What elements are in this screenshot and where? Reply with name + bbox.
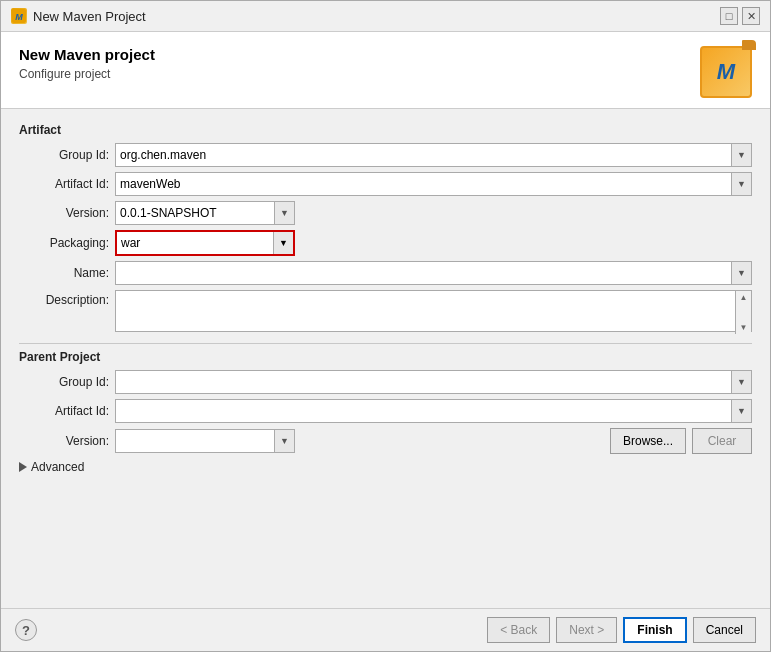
description-input[interactable]	[115, 290, 752, 332]
footer: ? < Back Next > Finish Cancel	[1, 608, 770, 651]
svg-text:M: M	[15, 12, 23, 22]
packaging-label: Packaging:	[19, 236, 109, 250]
maven-logo-text: M	[717, 59, 735, 85]
parent-version-row: Version: ▼ Browse... Clear	[19, 428, 752, 454]
name-label: Name:	[19, 266, 109, 280]
title-bar-left: M New Maven Project	[11, 8, 146, 24]
minimize-button[interactable]: □	[720, 7, 738, 25]
group-id-dropdown-arrow[interactable]: ▼	[731, 144, 751, 166]
advanced-triangle-icon	[19, 462, 27, 472]
clear-button[interactable]: Clear	[692, 428, 752, 454]
artifact-id-input-wrapper: ▼	[115, 172, 752, 196]
description-scrollbar: ▲ ▼	[735, 291, 751, 334]
parent-artifact-id-label: Artifact Id:	[19, 404, 109, 418]
parent-version-dropdown-arrow[interactable]: ▼	[274, 430, 294, 452]
content-area: New Maven project Configure project M Ar…	[1, 32, 770, 608]
description-row: Description: ▲ ▼	[19, 290, 752, 335]
packaging-dropdown-arrow[interactable]: ▼	[273, 232, 293, 254]
description-label: Description:	[19, 293, 109, 307]
divider-1	[19, 343, 752, 344]
title-text: New Maven Project	[33, 9, 146, 24]
help-icon: ?	[22, 623, 30, 638]
parent-version-input-wrapper: ▼	[115, 429, 295, 453]
advanced-label: Advanced	[31, 460, 84, 474]
name-row: Name: ▼	[19, 261, 752, 285]
name-input-wrapper: ▼	[115, 261, 752, 285]
packaging-select[interactable]: war jar pom	[117, 232, 273, 254]
parent-version-input[interactable]	[115, 429, 295, 453]
finish-button[interactable]: Finish	[623, 617, 686, 643]
cancel-button[interactable]: Cancel	[693, 617, 756, 643]
dialog-title: New Maven project	[19, 46, 155, 63]
name-input[interactable]	[115, 261, 752, 285]
dialog-subtitle: Configure project	[19, 67, 155, 81]
group-id-label: Group Id:	[19, 148, 109, 162]
header-text: New Maven project Configure project	[19, 46, 155, 81]
parent-group-id-dropdown-arrow[interactable]: ▼	[731, 371, 751, 393]
dialog-window: M New Maven Project □ ✕ New Maven projec…	[0, 0, 771, 652]
parent-version-label: Version:	[19, 434, 109, 448]
artifact-id-dropdown-arrow[interactable]: ▼	[731, 173, 751, 195]
packaging-row: Packaging: war jar pom ▼	[19, 230, 752, 256]
parent-group-id-label: Group Id:	[19, 375, 109, 389]
parent-section-label: Parent Project	[19, 350, 752, 364]
next-button[interactable]: Next >	[556, 617, 617, 643]
parent-group-id-input[interactable]	[115, 370, 752, 394]
maven-title-icon: M	[11, 8, 27, 24]
help-button[interactable]: ?	[15, 619, 37, 641]
browse-button[interactable]: Browse...	[610, 428, 686, 454]
artifact-section-label: Artifact	[19, 123, 752, 137]
parent-artifact-id-input-wrapper: ▼	[115, 399, 752, 423]
group-id-input[interactable]	[115, 143, 752, 167]
group-id-row: Group Id: ▼	[19, 143, 752, 167]
artifact-id-row: Artifact Id: ▼	[19, 172, 752, 196]
advanced-row[interactable]: Advanced	[19, 460, 752, 474]
back-button[interactable]: < Back	[487, 617, 550, 643]
parent-artifact-id-row: Artifact Id: ▼	[19, 399, 752, 423]
version-label: Version:	[19, 206, 109, 220]
maven-logo: M	[700, 46, 752, 98]
version-dropdown-arrow[interactable]: ▼	[274, 202, 294, 224]
form-section: Artifact Group Id: ▼ Artifact Id: ▼ Ver	[1, 109, 770, 608]
artifact-id-input[interactable]	[115, 172, 752, 196]
parent-artifact-id-dropdown-arrow[interactable]: ▼	[731, 400, 751, 422]
footer-buttons: < Back Next > Finish Cancel	[487, 617, 756, 643]
packaging-highlight-border: war jar pom ▼	[115, 230, 295, 256]
version-row: Version: ▼	[19, 201, 752, 225]
version-input[interactable]	[115, 201, 295, 225]
close-button[interactable]: ✕	[742, 7, 760, 25]
title-bar-controls: □ ✕	[720, 7, 760, 25]
name-dropdown-arrow[interactable]: ▼	[731, 262, 751, 284]
group-id-input-wrapper: ▼	[115, 143, 752, 167]
header-section: New Maven project Configure project M	[1, 32, 770, 109]
version-input-wrapper: ▼	[115, 201, 295, 225]
parent-group-id-row: Group Id: ▼	[19, 370, 752, 394]
parent-artifact-id-input[interactable]	[115, 399, 752, 423]
artifact-id-label: Artifact Id:	[19, 177, 109, 191]
title-bar: M New Maven Project □ ✕	[1, 1, 770, 32]
parent-group-id-input-wrapper: ▼	[115, 370, 752, 394]
description-textarea-wrapper: ▲ ▼	[115, 290, 752, 335]
